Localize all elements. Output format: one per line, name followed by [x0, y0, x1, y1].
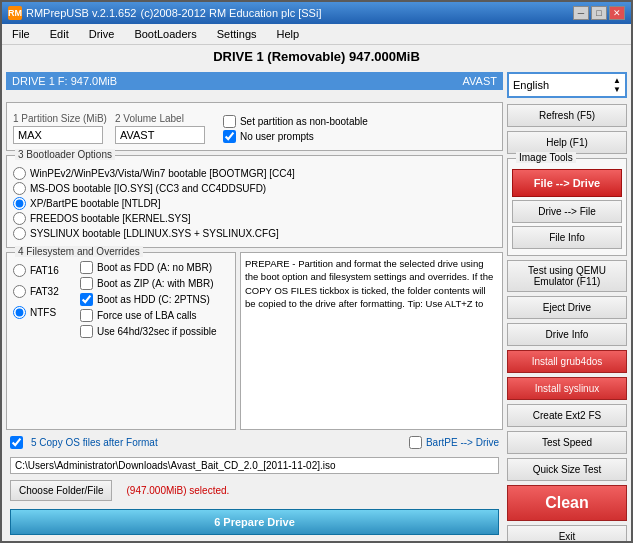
main-window: RM RMPrepUSB v.2.1.652 (c)2008-2012 RM E… [0, 0, 633, 543]
drive-bar-left: DRIVE 1 F: 947.0MiB [12, 75, 117, 87]
menu-edit[interactable]: Edit [44, 26, 75, 42]
partition-section: 1 Partition Size (MiB) 2 Volume Label Se… [6, 102, 503, 151]
fs-checkbox-2[interactable] [80, 293, 93, 306]
iso-path-input[interactable] [10, 457, 499, 474]
menu-settings[interactable]: Settings [211, 26, 263, 42]
content-area: DRIVE 1 F: 947.0MiB AVAST 1 Partition Si… [2, 68, 631, 541]
partition-row: 1 Partition Size (MiB) 2 Volume Label Se… [13, 113, 496, 144]
app-copyright: (c)2008-2012 RM Education plc [SSi] [140, 7, 321, 19]
menu-help[interactable]: Help [271, 26, 306, 42]
file-info-button[interactable]: File Info [512, 226, 622, 249]
fs-check-2: Boot as HDD (C: 2PTNS) [80, 293, 229, 306]
prepare-text: PREPARE - Partition and format the selec… [240, 252, 503, 430]
partition-size-label: 1 Partition Size (MiB) [13, 113, 107, 124]
bootloader-option-3: FREEDOS bootable [KERNEL.SYS] [13, 211, 496, 226]
no-user-prompts-checkbox[interactable] [223, 130, 236, 143]
menu-file[interactable]: File [6, 26, 36, 42]
fs-check-4: Use 64hd/32sec if possible [80, 325, 229, 338]
no-user-prompts-label: No user prompts [240, 131, 314, 142]
eject-drive-button[interactable]: Eject Drive [507, 296, 627, 319]
fs-checkbox-0[interactable] [80, 261, 93, 274]
choose-folder-button[interactable]: Choose Folder/File [10, 480, 112, 501]
fs-checkbox-1[interactable] [80, 277, 93, 290]
language-arrows: ▲ ▼ [613, 76, 621, 94]
volume-label-input[interactable] [115, 126, 205, 144]
fs-radio-fat16[interactable] [13, 264, 26, 277]
left-panel: DRIVE 1 F: 947.0MiB AVAST 1 Partition Si… [6, 72, 503, 537]
language-selector[interactable]: English ▲ ▼ [507, 72, 627, 98]
menu-bar: File Edit Drive BootLoaders Settings Hel… [2, 24, 631, 45]
minimize-button[interactable]: ─ [573, 6, 589, 20]
quick-size-button[interactable]: Quick Size Test [507, 458, 627, 481]
fs-check-label-4: Use 64hd/32sec if possible [97, 326, 217, 337]
bootloader-option-1: MS-DOS bootable [IO.SYS] (CC3 and CC4DDS… [13, 181, 496, 196]
bootloader-label-0: WinPEv2/WinPEv3/Vista/Win7 bootable [BOO… [30, 168, 295, 179]
iso-status-row: Choose Folder/File (947.000MiB) selected… [6, 480, 503, 503]
fs-checks: Boot as FDD (A: no MBR) Boot as ZIP (A: … [80, 261, 229, 423]
file-to-drive-button[interactable]: File --> Drive [512, 169, 622, 197]
bootloader-radio-2[interactable] [13, 197, 26, 210]
drive-bar-right: AVAST [463, 75, 497, 87]
fs-checkbox-4[interactable] [80, 325, 93, 338]
fs-check-label-3: Force use of LBA calls [97, 310, 197, 321]
drive-to-file-button[interactable]: Drive --> File [512, 200, 622, 223]
title-bar: RM RMPrepUSB v.2.1.652 (c)2008-2012 RM E… [2, 2, 631, 24]
maximize-button[interactable]: □ [591, 6, 607, 20]
bootloader-option-4: SYSLINUX bootable [LDLINUX.SYS + SYSLINU… [13, 226, 496, 241]
partition-size-group: 1 Partition Size (MiB) [13, 113, 107, 144]
fs-fat32: FAT32 [13, 284, 68, 299]
bootloader-radio-3[interactable] [13, 212, 26, 225]
copy-os-label: 5 Copy OS files after Format [31, 437, 158, 448]
bootloader-radio-4[interactable] [13, 227, 26, 240]
fs-radio-fat32[interactable] [13, 285, 26, 298]
right-panel: English ▲ ▼ Refresh (F5) Help (F1) Image… [507, 72, 627, 537]
bootloader-radio-0[interactable] [13, 167, 26, 180]
fs-checkbox-3[interactable] [80, 309, 93, 322]
test-speed-button[interactable]: Test Speed [507, 431, 627, 454]
iso-status: (947.000MiB) selected. [126, 485, 229, 496]
install-syslinux-button[interactable]: Install syslinux [507, 377, 627, 400]
help-button[interactable]: Help (F1) [507, 131, 627, 154]
close-button[interactable]: ✕ [609, 6, 625, 20]
non-bootable-checkbox[interactable] [223, 115, 236, 128]
copy-os-checkbox[interactable] [10, 436, 23, 449]
refresh-button[interactable]: Refresh (F5) [507, 104, 627, 127]
image-tools-label: Image Tools [516, 152, 576, 163]
test-qemu-button[interactable]: Test using QEMU Emulator (F11) [507, 260, 627, 292]
bootloader-label-3: FREEDOS bootable [KERNEL.SYS] [30, 213, 191, 224]
fs-radios: FAT16 FAT32 NTFS [13, 263, 68, 423]
drive-bar: DRIVE 1 F: 947.0MiB AVAST [6, 72, 503, 90]
non-bootable-label: Set partition as non-bootable [240, 116, 368, 127]
fs-radio-ntfs[interactable] [13, 306, 26, 319]
partition-size-input[interactable] [13, 126, 103, 144]
title-bar-left: RM RMPrepUSB v.2.1.652 (c)2008-2012 RM E… [8, 6, 321, 20]
fs-label-fat32: FAT32 [30, 286, 59, 297]
drive-info-button[interactable]: Drive Info [507, 323, 627, 346]
app-title: RMPrepUSB v.2.1.652 [26, 7, 136, 19]
image-tools-section: Image Tools File --> Drive Drive --> Fil… [507, 158, 627, 256]
bootloader-radio-1[interactable] [13, 182, 26, 195]
barte-link: BartPE --> Drive [409, 436, 499, 449]
fs-check-label-1: Boot as ZIP (A: with MBR) [97, 278, 214, 289]
clean-button[interactable]: Clean [507, 485, 627, 521]
fs-check-1: Boot as ZIP (A: with MBR) [80, 277, 229, 290]
bootloader-section: 3 Bootloader Options WinPEv2/WinPEv3/Vis… [6, 155, 503, 248]
bootloader-label-1: MS-DOS bootable [IO.SYS] (CC3 and CC4DDS… [30, 183, 266, 194]
bootloader-option-0: WinPEv2/WinPEv3/Vista/Win7 bootable [BOO… [13, 166, 496, 181]
exit-button[interactable]: Exit [507, 525, 627, 541]
barte-checkbox[interactable] [409, 436, 422, 449]
prepare-drive-button[interactable]: 6 Prepare Drive [10, 509, 499, 535]
menu-bootloaders[interactable]: BootLoaders [128, 26, 202, 42]
filesystem-section-label: 4 Filesystem and Overrides [15, 246, 143, 257]
menu-drive[interactable]: Drive [83, 26, 121, 42]
fs-check-3: Force use of LBA calls [80, 309, 229, 322]
app-icon: RM [8, 6, 22, 20]
fs-label-fat16: FAT16 [30, 265, 59, 276]
bootloader-options: WinPEv2/WinPEv3/Vista/Win7 bootable [BOO… [13, 166, 496, 241]
bootloader-label-4: SYSLINUX bootable [LDLINUX.SYS + SYSLINU… [30, 228, 279, 239]
no-user-prompts-check-row: No user prompts [223, 130, 368, 143]
lang-up-arrow: ▲ [613, 76, 621, 85]
language-text: English [513, 79, 613, 91]
install-grub4dos-button[interactable]: Install grub4dos [507, 350, 627, 373]
create-ext2-button[interactable]: Create Ext2 FS [507, 404, 627, 427]
